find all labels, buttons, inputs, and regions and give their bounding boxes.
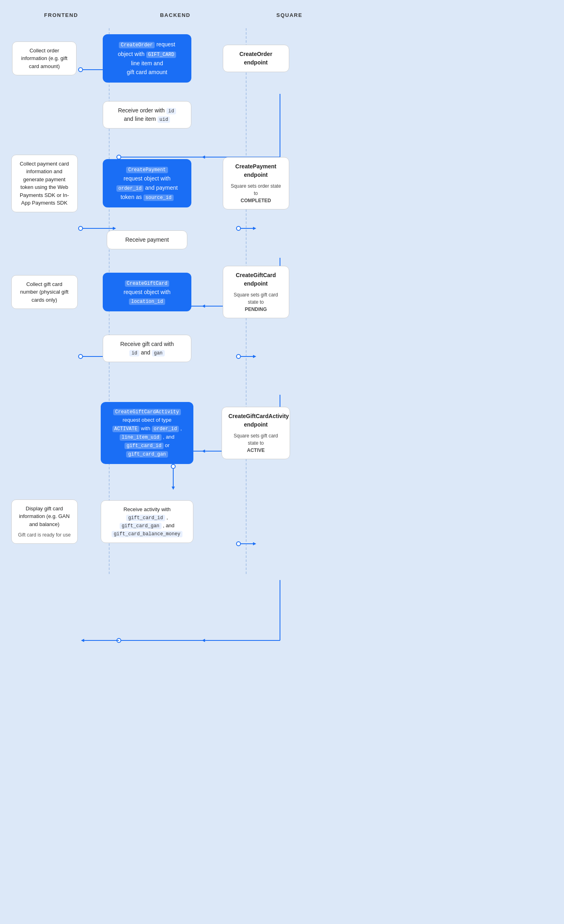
- create-giftcard-label: CreateGiftCard request object with locat…: [124, 280, 171, 305]
- code-giftcardgan: gift_card_gan: [126, 451, 168, 458]
- create-order-endpoint-box: CreateOrderendpoint: [223, 45, 289, 72]
- code-gan: gan: [152, 350, 165, 356]
- code-giftcardgan2: gift_card_gan: [120, 523, 162, 529]
- create-activity-sub: Square sets gift card state toACTIVE: [228, 432, 283, 454]
- svg-point-45: [117, 638, 121, 642]
- code-orderid1: order_id: [116, 185, 144, 192]
- receive-payment-box: Receive payment: [107, 230, 187, 249]
- create-order-endpoint-title: CreateOrderendpoint: [230, 50, 282, 67]
- col-header-square: SQUARE: [232, 12, 346, 18]
- code-orderid2: order_id: [152, 426, 179, 432]
- code-id1: id: [166, 108, 176, 114]
- display-giftcard-box: Display gift card information (e.g. GAN …: [11, 499, 78, 544]
- code-sourceid: source_id: [143, 195, 174, 201]
- create-activity-endpoint-title: CreateGiftCardActivityendpoint: [228, 412, 283, 429]
- create-giftcard-endpoint-title: CreateGiftCardendpoint: [230, 271, 282, 288]
- diagram-container: FRONTEND BACKEND SQUARE: [0, 0, 350, 574]
- code-creategiftcard: CreateGiftCard: [125, 280, 170, 287]
- create-order-label: CreateOrder request object with GIFT_CAR…: [118, 41, 176, 75]
- code-giftcardbalance: gift_card_balance_money: [112, 531, 182, 537]
- code-id2: id: [129, 350, 139, 356]
- code-giftcard: GIFT_CARD: [146, 52, 176, 58]
- create-activity-endpoint-box: CreateGiftCardActivityendpoint Square se…: [222, 407, 290, 459]
- receive-giftcard-box: Receive gift card with id and gan: [103, 335, 191, 362]
- code-uid: uid: [158, 116, 170, 123]
- create-giftcard-sub: Square sets gift card state toPENDING: [230, 291, 282, 313]
- create-payment-endpoint-box: CreatePaymentendpoint Square sets order …: [223, 157, 289, 209]
- collect-giftcard-box: Collect gift card number (physical gift …: [11, 275, 78, 309]
- receive-activity-box: Receive activity with gift_card_id , gif…: [101, 500, 193, 543]
- code-createpayment: CreatePayment: [126, 167, 168, 173]
- code-giftcardid2: gift_card_id: [126, 515, 165, 521]
- code-locationid: location_id: [129, 298, 165, 305]
- collect-order-label: Collect order information (e.g. gift car…: [21, 48, 68, 69]
- create-payment-sub: Square sets order state toCOMPLETED: [230, 182, 282, 204]
- code-activate: ACTIVATE: [112, 426, 140, 432]
- collect-giftcard-label: Collect gift card number (physical gift …: [20, 281, 68, 303]
- create-activity-request-box: CreateGiftCardActivity request obect of …: [101, 402, 193, 464]
- code-creategiftcardactivity: CreateGiftCardActivity: [113, 409, 181, 415]
- collect-payment-label: Collect payment card information and gen…: [20, 161, 69, 206]
- code-giftcardid: gift_card_id: [124, 443, 163, 449]
- receive-payment-label: Receive payment: [125, 236, 169, 243]
- columns-header: FRONTEND BACKEND SQUARE: [4, 12, 346, 18]
- create-giftcard-endpoint-box: CreateGiftCardendpoint Square sets gift …: [223, 266, 289, 318]
- create-payment-request-box: CreatePayment request object with order_…: [103, 159, 191, 207]
- collect-order-box: Collect order information (e.g. gift car…: [12, 41, 77, 76]
- code-createorder: CreateOrder: [119, 42, 155, 48]
- collect-payment-box: Collect payment card information and gen…: [11, 155, 78, 212]
- display-giftcard-label: Display gift card information (e.g. GAN …: [18, 505, 71, 528]
- create-payment-label: CreatePayment request object with order_…: [116, 166, 178, 200]
- receive-order-box: Receive order with id and line item uid: [103, 101, 191, 128]
- svg-marker-47: [81, 639, 84, 642]
- col-header-frontend: FRONTEND: [4, 12, 118, 18]
- col-header-backend: BACKEND: [118, 12, 232, 18]
- svg-marker-43: [202, 639, 205, 642]
- code-lineitemuid: line_item_uid: [120, 434, 162, 441]
- create-order-request-box: CreateOrder request object with GIFT_CAR…: [103, 34, 191, 82]
- create-payment-endpoint-title: CreatePaymentendpoint: [230, 162, 282, 179]
- display-giftcard-sub: Gift card is ready for use: [18, 531, 71, 539]
- create-giftcard-request-box: CreateGiftCard request object with locat…: [103, 273, 191, 312]
